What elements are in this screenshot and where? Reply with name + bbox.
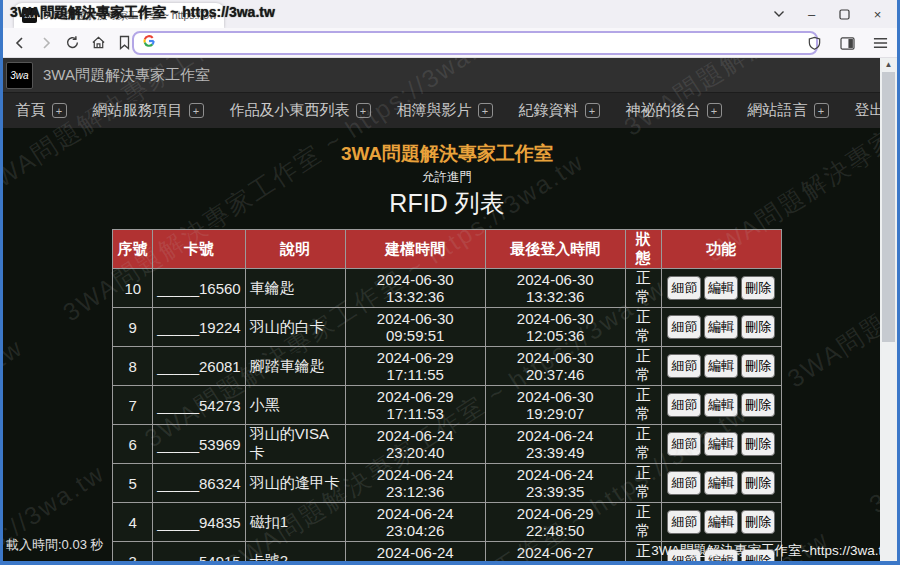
edit-button[interactable]: 編輯 [704,471,738,495]
site-logo[interactable]: 3wa [6,62,33,89]
nav-item-backend[interactable]: 神祕的後台+ [626,101,722,120]
description-cell: 磁扣1 [245,503,345,542]
tab-list-chevron-icon[interactable] [762,0,795,28]
back-icon[interactable] [8,31,32,55]
seq-cell: 4 [113,503,153,542]
seq-cell: 5 [113,464,153,503]
last-login-cell: 2024-06-30 12:05:36 [485,308,625,347]
edit-button[interactable]: 編輯 [704,276,738,300]
menu-icon[interactable] [868,31,892,55]
created-time-cell: 2024-06-30 09:59:51 [345,308,485,347]
table-row: 7_____54273小黑2024-06-29 17:11:532024-06-… [113,386,781,425]
delete-button[interactable]: 刪除 [741,432,775,456]
edit-button[interactable]: 編輯 [704,354,738,378]
browser-toolbar [0,28,900,58]
edit-button[interactable]: 編輯 [704,315,738,339]
web-page: 3wa 3WA問題解決專家工作室 首頁+網站服務項目+作品及小東西列表+相簿與影… [0,58,900,561]
details-button[interactable]: 細節 [667,354,701,378]
browser-titlebar: 3wa 3WA問題解決專家工作室 ~ https://3wa.tw 3WA問題解… [0,0,900,28]
card-number-cell: _____19224 [153,308,245,347]
nav-item-albums[interactable]: 相簿與影片+ [397,101,493,120]
page-heading: RFID 列表 [0,187,894,220]
delete-button[interactable]: 刪除 [741,276,775,300]
description-cell: 車鑰匙 [245,269,345,308]
actions-cell: 細節編輯刪除 [661,464,781,503]
details-button[interactable]: 細節 [667,432,701,456]
last-login-cell: 2024-06-24 23:39:35 [485,464,625,503]
nav-item-records[interactable]: 紀錄資料+ [519,101,600,120]
extension-shield-icon[interactable] [802,31,826,55]
home-icon[interactable] [86,31,110,55]
last-login-cell: 2024-06-29 22:48:50 [485,503,625,542]
page-subtitle: 允許進門 [0,169,894,186]
table-row: 10_____16560車鑰匙2024-06-30 13:32:362024-0… [113,269,781,308]
description-cell: 小黑 [245,386,345,425]
forward-icon[interactable] [34,31,58,55]
site-brand: 3WA問題解決專家工作室 [43,66,210,85]
description-cell: 卡號2 [245,542,345,562]
reload-icon[interactable] [60,31,84,55]
sidebar-icon[interactable] [835,31,859,55]
details-button[interactable]: 細節 [667,393,701,417]
main-content: 3WA問題解決專家工作室 允許進門 RFID 列表 序號卡號說明建檔時間最後登入… [0,128,894,561]
window-border-left [0,0,3,565]
load-time-status: 載入時間:0.03 秒 [6,536,104,554]
edit-button[interactable]: 編輯 [704,510,738,534]
description-cell: 羽山的逢甲卡 [245,464,345,503]
delete-button[interactable]: 刪除 [741,354,775,378]
actions-cell: 細節編輯刪除 [661,503,781,542]
nav-expand-plus-icon[interactable]: + [707,103,722,118]
scroll-up-arrow-icon[interactable]: ▲ [880,60,897,69]
window-title: 3WA問題解決專家工作室 ~ https://3wa.tw [10,4,275,22]
vertical-scrollbar[interactable]: ▲ [880,58,897,561]
site-footer-url: 3WA問題解決專家工作室~https://3wa.tw [651,542,892,560]
last-login-cell: 2024-06-24 23:39:49 [485,425,625,464]
nav-expand-plus-icon[interactable]: + [52,103,67,118]
minimize-button[interactable]: – [795,0,828,28]
delete-button[interactable]: 刪除 [741,510,775,534]
nav-expand-plus-icon[interactable]: + [585,103,600,118]
created-time-cell: 2024-06-30 13:32:36 [345,269,485,308]
nav-label: 網站語言 [748,101,808,120]
card-number-cell: _____53969 [153,425,245,464]
card-number-cell: _____16560 [153,269,245,308]
url-bar[interactable] [132,31,818,55]
created-time-cell: 2024-06-29 17:11:53 [345,386,485,425]
created-time-cell: 2024-06-24 23:12:36 [345,464,485,503]
created-time-cell: 2024-06-24 23:01:27 [345,542,485,562]
actions-cell: 細節編輯刪除 [661,386,781,425]
nav-item-services[interactable]: 網站服務項目+ [93,101,204,120]
description-cell: 羽山的白卡 [245,308,345,347]
actions-cell: 細節編輯刪除 [661,347,781,386]
table-row: 9_____19224羽山的白卡2024-06-30 09:59:512024-… [113,308,781,347]
nav-expand-plus-icon[interactable]: + [189,103,204,118]
edit-button[interactable]: 編輯 [704,432,738,456]
delete-button[interactable]: 刪除 [741,471,775,495]
nav-item-language[interactable]: 網站語言+ [748,101,829,120]
description-cell: 腳踏車鑰匙 [245,347,345,386]
edit-button[interactable]: 編輯 [704,393,738,417]
details-button[interactable]: 細節 [667,471,701,495]
last-login-cell: 2024-06-27 01:22:08 [485,542,625,562]
nav-item-works[interactable]: 作品及小東西列表+ [230,101,371,120]
nav-expand-plus-icon[interactable]: + [478,103,493,118]
nav-expand-plus-icon[interactable]: + [356,103,371,118]
maximize-button[interactable] [828,0,861,28]
actions-cell: 細節編輯刪除 [661,269,781,308]
created-time-cell: 2024-06-24 23:20:40 [345,425,485,464]
nav-label: 作品及小東西列表 [230,101,350,120]
delete-button[interactable]: 刪除 [741,393,775,417]
table-row: 8_____26081腳踏車鑰匙2024-06-29 17:11:552024-… [113,347,781,386]
last-login-cell: 2024-06-30 20:37:46 [485,347,625,386]
details-button[interactable]: 細節 [667,510,701,534]
delete-button[interactable]: 刪除 [741,315,775,339]
table-row: 6_____53969羽山的VISA卡2024-06-24 23:20:4020… [113,425,781,464]
seq-cell: 7 [113,386,153,425]
nav-expand-plus-icon[interactable]: + [814,103,829,118]
details-button[interactable]: 細節 [667,276,701,300]
scrollbar-thumb[interactable] [882,72,895,342]
card-number-cell: _____94835 [153,503,245,542]
details-button[interactable]: 細節 [667,315,701,339]
nav-item-home[interactable]: 首頁+ [16,101,67,120]
close-button[interactable]: × [861,0,894,28]
